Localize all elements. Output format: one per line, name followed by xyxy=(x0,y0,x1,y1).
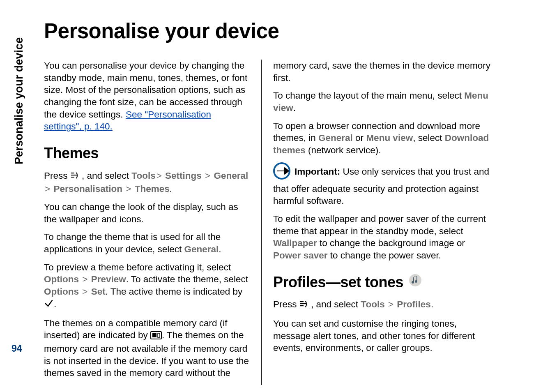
text-or: or xyxy=(353,133,366,143)
menu-themes: Themes xyxy=(135,184,170,194)
text-a: To preview a theme before activating it,… xyxy=(44,262,231,272)
separator: > xyxy=(44,184,51,194)
menu-key-icon-2 xyxy=(299,300,308,312)
menu-preview: Preview xyxy=(91,274,126,284)
side-tab-label: Personalise your device xyxy=(11,12,27,164)
menu-personalisation: Personalisation xyxy=(53,184,122,194)
wallpaper-powersaver-paragraph: To edit the wallpaper and power saver of… xyxy=(273,213,492,262)
themes-heading: Themes xyxy=(44,143,250,163)
page-content: Personalise your device You can personal… xyxy=(44,19,520,385)
menu-set: Set xyxy=(91,286,106,297)
memory-continuation: memory card, save the themes in the devi… xyxy=(273,60,492,84)
svg-rect-0 xyxy=(71,173,74,173)
themes-memory-card: The themes on a compatible memory card (… xyxy=(44,317,250,379)
menu-general-inline: General xyxy=(184,244,219,254)
memory-card-icon xyxy=(150,330,162,343)
themes-desc: You can change the look of the display, … xyxy=(44,201,250,225)
svg-rect-5 xyxy=(158,333,160,337)
important-notice: Important: Use only services that you tr… xyxy=(273,162,492,207)
separator: > xyxy=(125,184,132,194)
menu-options-1: Options xyxy=(44,274,79,284)
column-right: memory card, save the themes in the devi… xyxy=(262,60,492,385)
text-b: , select xyxy=(413,133,445,143)
svg-rect-2 xyxy=(71,177,74,178)
text-c: . The active theme is indicated by xyxy=(106,286,243,297)
page-title: Personalise your device xyxy=(44,19,520,43)
separator: > xyxy=(387,299,394,309)
end-dot: . xyxy=(170,184,172,194)
end-text: (network service). xyxy=(306,145,381,155)
text-b: . To activate the theme, select xyxy=(126,274,248,284)
end-dot: . xyxy=(219,244,221,254)
themes-change-general: To change the theme that is used for all… xyxy=(44,231,250,255)
two-column-layout: You can personalise your device by chang… xyxy=(44,60,520,385)
text-a: To change the layout of the main menu, s… xyxy=(273,90,464,101)
svg-rect-1 xyxy=(71,175,77,175)
menu-tools: Tools xyxy=(131,171,155,181)
profiles-icon xyxy=(408,272,422,292)
menu-general-2: General xyxy=(318,133,353,143)
text-c: to change the power saver. xyxy=(328,250,441,261)
menu-menu-view-2: Menu view xyxy=(366,133,413,143)
important-arrow-icon xyxy=(273,162,294,183)
menu-power-saver: Power saver xyxy=(273,250,328,261)
svg-rect-4 xyxy=(152,333,156,337)
svg-rect-9 xyxy=(300,303,306,304)
menu-view-paragraph: To change the layout of the main menu, s… xyxy=(273,90,492,114)
manual-page: Personalise your device 94 Personalise y… xyxy=(0,0,543,392)
press-label-2: Press xyxy=(273,299,299,309)
menu-wallpaper: Wallpaper xyxy=(273,238,317,248)
end-dot: . xyxy=(431,299,433,309)
themes-path-paragraph: Press , and select Tools> Settings > Gen… xyxy=(44,170,250,195)
column-left: You can personalise your device by chang… xyxy=(44,60,262,385)
menu-tools-2: Tools xyxy=(361,299,384,309)
separator: > xyxy=(204,171,211,181)
profiles-path-paragraph: Press , and select Tools > Profiles. xyxy=(273,298,492,312)
checkmark-icon xyxy=(44,298,54,311)
menu-general: General xyxy=(214,171,248,181)
menu-key-icon xyxy=(70,171,79,183)
after-icon-text: , and select xyxy=(79,171,132,181)
menu-options-2: Options xyxy=(44,286,79,297)
separator: > xyxy=(81,286,88,297)
svg-rect-10 xyxy=(300,305,304,306)
menu-profiles: Profiles xyxy=(397,299,431,309)
intro-paragraph: You can personalise your device by chang… xyxy=(44,60,250,133)
page-number: 94 xyxy=(12,343,22,354)
download-themes-paragraph: To open a browser connection and downloa… xyxy=(273,120,492,157)
separator: > xyxy=(156,171,163,181)
end-dot: . xyxy=(293,103,296,113)
svg-rect-8 xyxy=(300,301,304,302)
text-b: to change the background image or xyxy=(317,238,465,248)
after-icon-text-2: , and select xyxy=(308,299,361,309)
press-label: Press xyxy=(44,171,70,181)
themes-preview-set: To preview a theme before activating it,… xyxy=(44,261,250,311)
end-dot: . xyxy=(54,299,56,309)
profiles-heading-text: Profiles—set tones xyxy=(273,272,403,292)
text-a: To edit the wallpaper and power saver of… xyxy=(273,214,486,236)
important-label: Important: xyxy=(295,166,340,177)
profiles-desc: You can set and customise the ringing to… xyxy=(273,318,492,354)
menu-settings: Settings xyxy=(165,171,202,181)
svg-point-7 xyxy=(409,274,421,286)
profiles-heading: Profiles—set tones xyxy=(273,272,492,292)
separator: > xyxy=(81,274,88,284)
